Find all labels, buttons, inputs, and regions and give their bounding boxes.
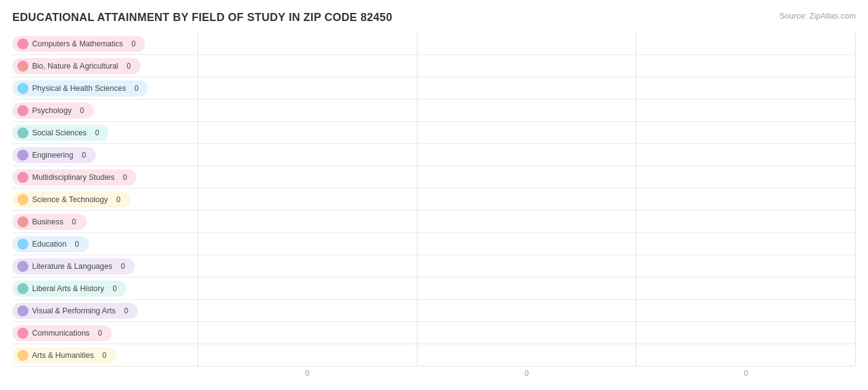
bar-label-psychology: Psychology xyxy=(32,106,72,115)
bar-row-psychology: Psychology 0 xyxy=(12,100,856,122)
bar-pill-science: Science & Technology 0 xyxy=(12,192,130,208)
bar-pill-psychology: Psychology 0 xyxy=(12,103,94,119)
bar-label-wrap-computers: Computers & Mathematics 0 xyxy=(12,36,198,52)
bar-value-liberal: 0 xyxy=(108,284,122,294)
bar-dot-engineering xyxy=(17,150,28,161)
bar-value-education: 0 xyxy=(70,239,84,249)
bar-label-wrap-bio: Bio, Nature & Agricultural 0 xyxy=(12,58,198,74)
bar-label-wrap-business: Business 0 xyxy=(12,214,198,230)
bar-label-wrap-multi: Multidisciplinary Studies 0 xyxy=(12,169,198,185)
bar-row-multi: Multidisciplinary Studies 0 xyxy=(12,166,856,189)
bar-pill-literature: Literature & Languages 0 xyxy=(12,258,135,274)
bar-track-physical xyxy=(198,77,856,99)
bar-track-bio xyxy=(198,55,856,77)
bar-value-multi: 0 xyxy=(118,172,131,182)
bar-dot-psychology xyxy=(17,105,28,116)
bar-value-literature: 0 xyxy=(116,261,130,271)
bar-track-psychology xyxy=(198,100,856,121)
x-axis-label-1: 0 xyxy=(417,369,636,378)
bar-label-literature: Literature & Languages xyxy=(32,262,112,271)
bar-pill-liberal: Liberal Arts & History 0 xyxy=(12,281,127,297)
bar-label-wrap-visual: Visual & Performing Arts 0 xyxy=(12,303,198,319)
bar-label-wrap-engineering: Engineering 0 xyxy=(12,147,198,163)
bar-value-communications: 0 xyxy=(93,328,107,338)
bar-track-engineering xyxy=(198,144,856,166)
bar-label-arts: Arts & Humanities xyxy=(32,351,94,360)
bar-dot-liberal xyxy=(17,283,28,294)
bar-pill-arts: Arts & Humanities 0 xyxy=(12,347,116,363)
bar-row-business: Business 0 xyxy=(12,211,856,233)
bar-row-social: Social Sciences 0 xyxy=(12,122,856,144)
bar-label-wrap-literature: Literature & Languages 0 xyxy=(12,258,198,274)
bar-row-science: Science & Technology 0 xyxy=(12,189,856,211)
bar-label-liberal: Liberal Arts & History xyxy=(32,284,104,293)
bar-value-psychology: 0 xyxy=(75,106,89,116)
bar-track-social xyxy=(198,122,856,143)
x-axis-label-2: 0 xyxy=(636,369,856,378)
bar-row-arts: Arts & Humanities 0 xyxy=(12,344,856,367)
bar-track-business xyxy=(198,211,856,232)
bar-dot-business xyxy=(17,216,28,227)
bar-dot-physical xyxy=(17,83,28,94)
bar-label-communications: Communications xyxy=(32,329,90,337)
chart-source: Source: ZipAtlas.com xyxy=(779,11,856,20)
bar-pill-education: Education 0 xyxy=(12,236,89,252)
bar-label-education: Education xyxy=(32,240,67,248)
bar-label-wrap-science: Science & Technology 0 xyxy=(12,192,198,208)
bar-label-science: Science & Technology xyxy=(32,195,108,204)
bar-row-communications: Communications 0 xyxy=(12,322,856,344)
bar-value-engineering: 0 xyxy=(77,150,91,160)
x-axis-label-0: 0 xyxy=(198,369,417,378)
bar-dot-education xyxy=(17,239,28,250)
bar-row-bio: Bio, Nature & Agricultural 0 xyxy=(12,55,856,77)
bar-row-computers: Computers & Mathematics 0 xyxy=(12,33,856,55)
bar-label-multi: Multidisciplinary Studies xyxy=(32,173,114,182)
bar-label-social: Social Sciences xyxy=(32,129,86,137)
bars-area: Computers & Mathematics 0 Bio, Nature & … xyxy=(12,33,856,367)
bar-dot-bio xyxy=(17,61,28,72)
chart-body: Computers & Mathematics 0 Bio, Nature & … xyxy=(12,33,856,367)
bar-pill-visual: Visual & Performing Arts 0 xyxy=(12,303,138,319)
bar-value-physical: 0 xyxy=(130,83,143,93)
chart-container: EDUCATIONAL ATTAINMENT BY FIELD OF STUDY… xyxy=(0,0,868,390)
bar-dot-communications xyxy=(17,328,28,339)
bar-row-liberal: Liberal Arts & History 0 xyxy=(12,278,856,300)
bar-label-wrap-education: Education 0 xyxy=(12,236,198,252)
bar-label-wrap-psychology: Psychology 0 xyxy=(12,103,198,119)
bar-value-social: 0 xyxy=(90,128,104,138)
bar-dot-science xyxy=(17,194,28,205)
bar-dot-arts xyxy=(17,350,28,361)
bar-pill-engineering: Engineering 0 xyxy=(12,147,96,163)
bar-value-business: 0 xyxy=(67,217,81,227)
bar-label-bio: Bio, Nature & Agricultural xyxy=(32,62,119,70)
bar-value-arts: 0 xyxy=(98,350,111,360)
bar-dot-visual xyxy=(17,305,28,316)
bar-track-multi xyxy=(198,166,856,188)
bar-row-engineering: Engineering 0 xyxy=(12,144,856,166)
bar-label-wrap-physical: Physical & Health Sciences 0 xyxy=(12,80,198,96)
chart-header: EDUCATIONAL ATTAINMENT BY FIELD OF STUDY… xyxy=(12,11,856,24)
chart-title: EDUCATIONAL ATTAINMENT BY FIELD OF STUDY… xyxy=(12,11,392,24)
bar-label-physical: Physical & Health Sciences xyxy=(32,84,126,93)
bar-label-wrap-social: Social Sciences 0 xyxy=(12,125,198,141)
bar-label-engineering: Engineering xyxy=(32,151,73,159)
bar-track-literature xyxy=(198,255,856,277)
bar-pill-social: Social Sciences 0 xyxy=(12,125,109,141)
bar-track-arts xyxy=(198,344,856,366)
bar-pill-bio: Bio, Nature & Agricultural 0 xyxy=(12,58,141,74)
bar-dot-computers xyxy=(17,38,28,49)
bar-track-computers xyxy=(198,33,856,54)
bar-value-visual: 0 xyxy=(119,306,133,316)
bar-row-literature: Literature & Languages 0 xyxy=(12,255,856,278)
bar-row-physical: Physical & Health Sciences 0 xyxy=(12,77,856,100)
bar-pill-computers: Computers & Mathematics 0 xyxy=(12,36,145,52)
bar-label-computers: Computers & Mathematics xyxy=(32,40,123,48)
bar-label-wrap-liberal: Liberal Arts & History 0 xyxy=(12,281,198,297)
bar-dot-multi xyxy=(17,172,28,183)
x-axis: 000 xyxy=(12,369,856,378)
bar-value-computers: 0 xyxy=(127,39,140,49)
bar-label-visual: Visual & Performing Arts xyxy=(32,307,115,315)
bar-pill-business: Business 0 xyxy=(12,214,86,230)
bar-label-wrap-communications: Communications 0 xyxy=(12,325,198,341)
bar-pill-physical: Physical & Health Sciences 0 xyxy=(12,80,148,96)
